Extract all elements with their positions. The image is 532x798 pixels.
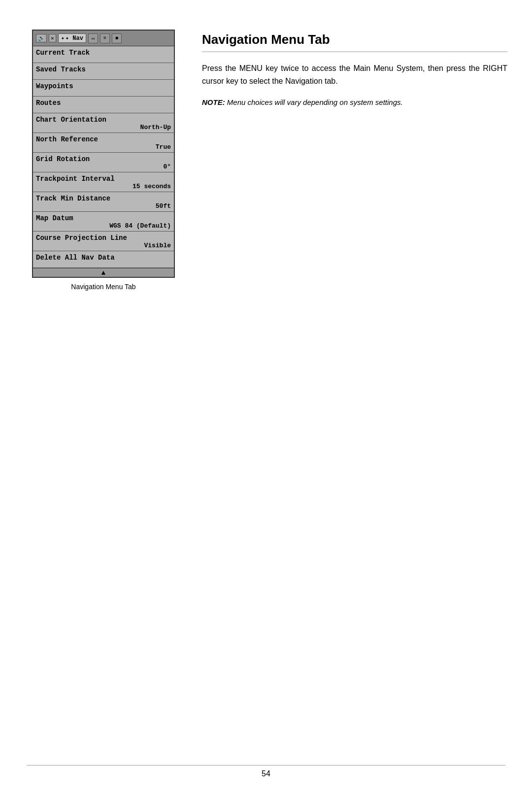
menu-item[interactable]: Saved Tracks <box>33 63 174 80</box>
footer-line <box>27 765 505 765</box>
menu-item-label: North Reference <box>36 135 171 143</box>
page-number: 54 <box>262 769 270 778</box>
menu-item-label: Course Projection Line <box>36 234 171 242</box>
nav-star-icon: ✦ <box>61 34 65 42</box>
menu-item-label: Map Datum <box>36 214 171 222</box>
left-column: 🔊 ✕ ✦ ✦ Nav ▭ ≡ ■ Current TrackSaved Tra… <box>25 30 182 291</box>
menu-item-label: Delete All Nav Data <box>36 254 171 262</box>
menu-item[interactable]: North ReferenceTrue <box>33 133 174 153</box>
menu-item[interactable]: Waypoints <box>33 80 174 97</box>
menu-item[interactable]: Map DatumWGS 84 (Default) <box>33 212 174 232</box>
menu-item-label: Waypoints <box>36 82 171 90</box>
menu-item-label: Track Min Distance <box>36 195 171 202</box>
device-toolbar: 🔊 ✕ ✦ ✦ Nav ▭ ≡ ■ <box>33 31 174 46</box>
toolbar-nav-tab[interactable]: ✦ ✦ Nav <box>58 33 86 43</box>
menu-item[interactable]: Current Track <box>33 46 174 63</box>
scroll-up-icon: ▲ <box>101 269 105 277</box>
menu-item-label: Current Track <box>36 49 171 57</box>
menu-item-value: 0° <box>36 163 171 170</box>
note-text: NOTE: Menu choices will vary depending o… <box>202 97 507 108</box>
description-text: Press the MENU key twice to access the M… <box>202 62 507 87</box>
menu-item[interactable]: Trackpoint Interval15 seconds <box>33 172 174 192</box>
menu-list: Current TrackSaved TracksWaypointsRoutes… <box>33 46 174 268</box>
menu-item-value: WGS 84 (Default) <box>36 222 171 230</box>
right-column: Navigation Menu Tab Press the MENU key t… <box>202 30 507 291</box>
toolbar-icon-sound: 🔊 <box>36 34 47 42</box>
page-footer: 54 <box>0 765 532 778</box>
note-label: NOTE: <box>202 98 225 106</box>
device-scrollbar[interactable]: ▲ <box>33 268 174 277</box>
menu-item-value: True <box>36 143 171 151</box>
note-body: Menu choices will vary depending on syst… <box>225 98 403 106</box>
page-title: Navigation Menu Tab <box>202 32 507 52</box>
menu-item-label: Chart Orientation <box>36 116 171 124</box>
toolbar-icon-map: ▭ <box>88 33 98 43</box>
menu-item-label: Saved Tracks <box>36 66 171 73</box>
menu-item-value: North-Up <box>36 124 171 131</box>
device-caption: Navigation Menu Tab <box>71 283 135 291</box>
menu-item[interactable]: Routes <box>33 97 174 113</box>
menu-item-value: Visible <box>36 242 171 249</box>
toolbar-icon-x: ✕ <box>49 34 56 42</box>
menu-item-label: Grid Rotation <box>36 155 171 163</box>
menu-item[interactable]: Delete All Nav Data <box>33 251 174 268</box>
menu-item[interactable]: Chart OrientationNorth-Up <box>33 113 174 133</box>
menu-item-value: 50ft <box>36 202 171 210</box>
device-screen: 🔊 ✕ ✦ ✦ Nav ▭ ≡ ■ Current TrackSaved Tra… <box>32 30 175 278</box>
nav-label: ✦ Nav <box>66 34 83 42</box>
menu-item-label: Trackpoint Interval <box>36 175 171 183</box>
menu-item-label: Routes <box>36 99 171 107</box>
toolbar-icon-box: ■ <box>112 33 122 43</box>
menu-item[interactable]: Course Projection LineVisible <box>33 232 174 251</box>
menu-item[interactable]: Track Min Distance50ft <box>33 192 174 212</box>
toolbar-icon-lines: ≡ <box>100 33 110 43</box>
menu-item-value: 15 seconds <box>36 183 171 190</box>
menu-item[interactable]: Grid Rotation0° <box>33 153 174 172</box>
